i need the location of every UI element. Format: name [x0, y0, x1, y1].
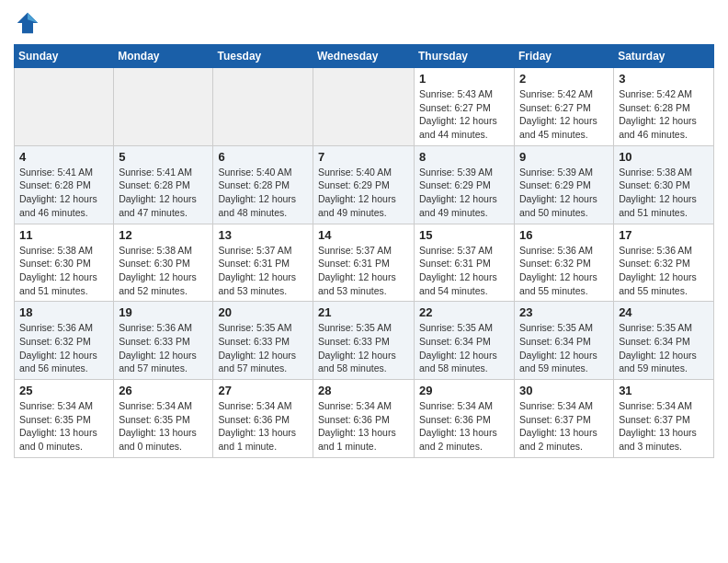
calendar-cell: 31Sunrise: 5:34 AM Sunset: 6:37 PM Dayli…	[614, 380, 714, 458]
calendar-cell: 20Sunrise: 5:35 AM Sunset: 6:33 PM Dayli…	[213, 302, 313, 380]
calendar-cell: 5Sunrise: 5:41 AM Sunset: 6:28 PM Daylig…	[114, 145, 213, 224]
day-number: 4	[19, 150, 108, 164]
calendar-cell: 8Sunrise: 5:39 AM Sunset: 6:29 PM Daylig…	[415, 145, 515, 224]
calendar-cell: 29Sunrise: 5:34 AM Sunset: 6:36 PM Dayli…	[415, 380, 515, 458]
calendar-cell: 17Sunrise: 5:36 AM Sunset: 6:32 PM Dayli…	[614, 224, 714, 302]
day-info: Sunrise: 5:37 AM Sunset: 6:31 PM Dayligh…	[419, 244, 509, 298]
day-number: 15	[419, 228, 509, 242]
day-number: 17	[619, 228, 709, 242]
header-row: SundayMondayTuesdayWednesdayThursdayFrid…	[15, 45, 714, 68]
header-friday: Friday	[515, 45, 614, 68]
logo-icon	[14, 9, 41, 37]
calendar-cell	[15, 68, 114, 146]
day-number: 3	[619, 72, 709, 86]
day-number: 31	[619, 384, 709, 397]
day-number: 30	[519, 384, 609, 397]
header-thursday: Thursday	[415, 45, 515, 68]
day-info: Sunrise: 5:34 AM Sunset: 6:35 PM Dayligh…	[119, 399, 208, 454]
calendar-cell: 28Sunrise: 5:34 AM Sunset: 6:36 PM Dayli…	[313, 380, 415, 458]
calendar-cell: 12Sunrise: 5:38 AM Sunset: 6:30 PM Dayli…	[114, 224, 213, 302]
calendar-cell: 4Sunrise: 5:41 AM Sunset: 6:28 PM Daylig…	[15, 145, 114, 224]
day-info: Sunrise: 5:36 AM Sunset: 6:32 PM Dayligh…	[619, 244, 709, 298]
logo	[14, 9, 45, 37]
day-info: Sunrise: 5:36 AM Sunset: 6:33 PM Dayligh…	[119, 321, 208, 375]
calendar-cell: 25Sunrise: 5:34 AM Sunset: 6:35 PM Dayli…	[15, 380, 114, 458]
calendar-cell: 15Sunrise: 5:37 AM Sunset: 6:31 PM Dayli…	[415, 224, 515, 302]
day-info: Sunrise: 5:34 AM Sunset: 6:35 PM Dayligh…	[19, 399, 108, 454]
calendar-cell: 24Sunrise: 5:35 AM Sunset: 6:34 PM Dayli…	[614, 302, 714, 380]
calendar-cell: 9Sunrise: 5:39 AM Sunset: 6:29 PM Daylig…	[515, 145, 614, 224]
day-info: Sunrise: 5:34 AM Sunset: 6:36 PM Dayligh…	[419, 399, 509, 454]
week-row-5: 25Sunrise: 5:34 AM Sunset: 6:35 PM Dayli…	[15, 380, 714, 458]
day-number: 1	[419, 72, 509, 86]
calendar-cell: 30Sunrise: 5:34 AM Sunset: 6:37 PM Dayli…	[515, 380, 614, 458]
day-number: 19	[119, 305, 208, 319]
day-info: Sunrise: 5:37 AM Sunset: 6:31 PM Dayligh…	[318, 244, 409, 298]
day-info: Sunrise: 5:35 AM Sunset: 6:34 PM Dayligh…	[619, 321, 709, 375]
day-info: Sunrise: 5:37 AM Sunset: 6:31 PM Dayligh…	[218, 244, 308, 298]
day-number: 10	[619, 150, 709, 164]
day-info: Sunrise: 5:40 AM Sunset: 6:28 PM Dayligh…	[218, 166, 308, 220]
day-number: 14	[318, 228, 409, 242]
day-info: Sunrise: 5:34 AM Sunset: 6:36 PM Dayligh…	[218, 399, 308, 454]
day-number: 18	[19, 305, 108, 319]
day-number: 5	[119, 150, 208, 164]
calendar-cell: 1Sunrise: 5:43 AM Sunset: 6:27 PM Daylig…	[415, 68, 515, 146]
day-number: 29	[419, 384, 509, 397]
calendar-cell: 18Sunrise: 5:36 AM Sunset: 6:32 PM Dayli…	[15, 302, 114, 380]
day-number: 22	[419, 305, 509, 319]
header-tuesday: Tuesday	[213, 45, 313, 68]
calendar-cell: 14Sunrise: 5:37 AM Sunset: 6:31 PM Dayli…	[313, 224, 415, 302]
day-info: Sunrise: 5:36 AM Sunset: 6:32 PM Dayligh…	[519, 244, 609, 298]
day-info: Sunrise: 5:35 AM Sunset: 6:34 PM Dayligh…	[419, 321, 509, 375]
day-number: 26	[119, 384, 208, 397]
day-info: Sunrise: 5:41 AM Sunset: 6:28 PM Dayligh…	[19, 166, 108, 220]
calendar-cell	[213, 68, 313, 146]
day-info: Sunrise: 5:39 AM Sunset: 6:29 PM Dayligh…	[519, 166, 609, 220]
calendar-cell: 16Sunrise: 5:36 AM Sunset: 6:32 PM Dayli…	[515, 224, 614, 302]
calendar-cell: 22Sunrise: 5:35 AM Sunset: 6:34 PM Dayli…	[415, 302, 515, 380]
day-number: 9	[519, 150, 609, 164]
week-row-2: 4Sunrise: 5:41 AM Sunset: 6:28 PM Daylig…	[15, 145, 714, 224]
calendar-cell: 2Sunrise: 5:42 AM Sunset: 6:27 PM Daylig…	[515, 68, 614, 146]
day-number: 13	[218, 228, 308, 242]
calendar-cell: 11Sunrise: 5:38 AM Sunset: 6:30 PM Dayli…	[15, 224, 114, 302]
day-info: Sunrise: 5:35 AM Sunset: 6:33 PM Dayligh…	[318, 321, 409, 375]
day-number: 12	[119, 228, 208, 242]
day-info: Sunrise: 5:42 AM Sunset: 6:28 PM Dayligh…	[619, 87, 709, 142]
calendar-cell: 7Sunrise: 5:40 AM Sunset: 6:29 PM Daylig…	[313, 145, 415, 224]
calendar-cell: 27Sunrise: 5:34 AM Sunset: 6:36 PM Dayli…	[213, 380, 313, 458]
day-number: 21	[318, 305, 409, 319]
day-info: Sunrise: 5:35 AM Sunset: 6:34 PM Dayligh…	[519, 321, 609, 375]
day-number: 20	[218, 305, 308, 319]
day-number: 23	[519, 305, 609, 319]
week-row-1: 1Sunrise: 5:43 AM Sunset: 6:27 PM Daylig…	[15, 68, 714, 146]
day-info: Sunrise: 5:38 AM Sunset: 6:30 PM Dayligh…	[619, 166, 709, 220]
day-number: 2	[519, 72, 609, 86]
day-info: Sunrise: 5:34 AM Sunset: 6:37 PM Dayligh…	[519, 399, 609, 454]
day-number: 16	[519, 228, 609, 242]
day-info: Sunrise: 5:34 AM Sunset: 6:37 PM Dayligh…	[619, 399, 709, 454]
week-row-3: 11Sunrise: 5:38 AM Sunset: 6:30 PM Dayli…	[15, 224, 714, 302]
calendar-cell: 19Sunrise: 5:36 AM Sunset: 6:33 PM Dayli…	[114, 302, 213, 380]
header-wednesday: Wednesday	[313, 45, 415, 68]
day-number: 11	[19, 228, 108, 242]
calendar-cell: 23Sunrise: 5:35 AM Sunset: 6:34 PM Dayli…	[515, 302, 614, 380]
day-info: Sunrise: 5:36 AM Sunset: 6:32 PM Dayligh…	[19, 321, 108, 375]
day-number: 25	[19, 384, 108, 397]
week-row-4: 18Sunrise: 5:36 AM Sunset: 6:32 PM Dayli…	[15, 302, 714, 380]
day-info: Sunrise: 5:35 AM Sunset: 6:33 PM Dayligh…	[218, 321, 308, 375]
day-number: 6	[218, 150, 308, 164]
calendar-cell: 13Sunrise: 5:37 AM Sunset: 6:31 PM Dayli…	[213, 224, 313, 302]
day-info: Sunrise: 5:39 AM Sunset: 6:29 PM Dayligh…	[419, 166, 509, 220]
calendar-cell: 3Sunrise: 5:42 AM Sunset: 6:28 PM Daylig…	[614, 68, 714, 146]
day-info: Sunrise: 5:40 AM Sunset: 6:29 PM Dayligh…	[318, 166, 409, 220]
day-info: Sunrise: 5:38 AM Sunset: 6:30 PM Dayligh…	[119, 244, 208, 298]
page-header	[14, 9, 714, 37]
day-info: Sunrise: 5:38 AM Sunset: 6:30 PM Dayligh…	[19, 244, 108, 298]
calendar-table: SundayMondayTuesdayWednesdayThursdayFrid…	[14, 44, 714, 458]
header-monday: Monday	[114, 45, 213, 68]
day-number: 8	[419, 150, 509, 164]
calendar-cell	[313, 68, 415, 146]
day-info: Sunrise: 5:34 AM Sunset: 6:36 PM Dayligh…	[318, 399, 409, 454]
